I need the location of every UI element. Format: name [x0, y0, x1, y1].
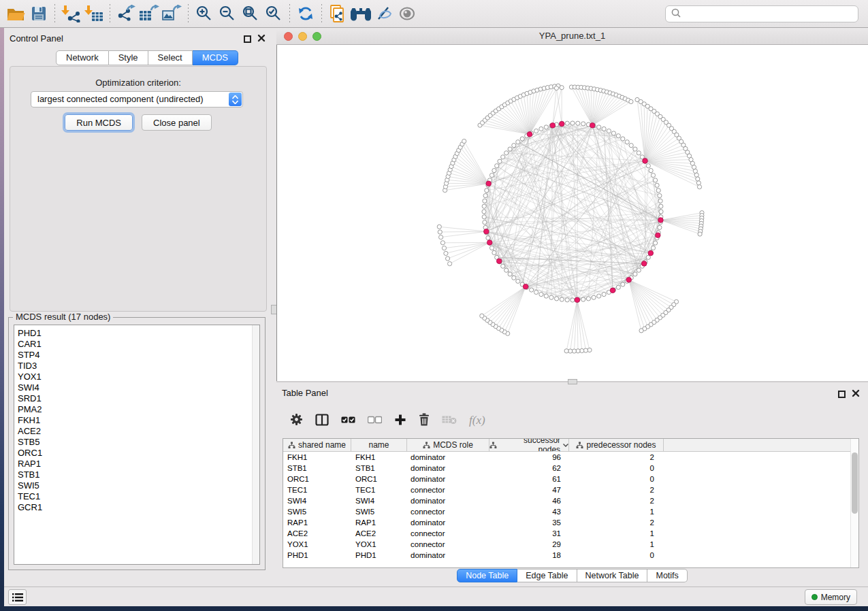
- table-row[interactable]: SWI4 SWI4 dominator 46 2: [283, 495, 858, 506]
- network-window-titlebar[interactable]: YPA_prune.txt_1: [276, 28, 868, 45]
- zoom-out-icon[interactable]: [216, 3, 239, 24]
- close-panel-button[interactable]: Close panel: [142, 114, 212, 131]
- show-graphics-details-icon[interactable]: [396, 3, 419, 24]
- table-row[interactable]: RAP1 RAP1 dominator 35 2: [283, 517, 858, 528]
- column-header-filler: [664, 439, 858, 451]
- delete-table-icon: [442, 415, 457, 427]
- clone-network-icon[interactable]: [326, 3, 349, 24]
- zoom-in-icon[interactable]: [193, 3, 216, 24]
- column-header-mcds-role[interactable]: MCDS role: [407, 439, 489, 451]
- toolbar-separator: [188, 4, 189, 23]
- attribute-icon: [576, 442, 583, 449]
- mcds-result-node[interactable]: PMA2: [14, 404, 259, 415]
- mcds-result-node[interactable]: PHD1: [14, 328, 259, 339]
- optimization-criterion-select[interactable]: largest connected component (undirected): [31, 91, 243, 108]
- control-panel: Control Panel Network Style Select MCDS …: [4, 28, 272, 587]
- column-header-predecessor-nodes[interactable]: predecessor nodes: [569, 439, 664, 451]
- table-row[interactable]: PHD1 PHD1 dominator 18 0: [283, 550, 858, 561]
- import-network-icon[interactable]: [59, 3, 82, 24]
- column-header-successor-nodes[interactable]: successor nodes: [489, 439, 569, 451]
- table-body: FKH1 FKH1 dominator 96 2 STB1 STB1 domin…: [283, 452, 858, 561]
- mcds-result-node[interactable]: YOX1: [14, 371, 259, 382]
- open-session-icon[interactable]: [4, 3, 27, 24]
- mcds-result-list[interactable]: PHD1CAR1STP4TID3YOX1SWI4SRD1PMA2FKH1ACE2…: [14, 325, 260, 565]
- tab-mcds[interactable]: MCDS: [193, 50, 238, 65]
- tab-select[interactable]: Select: [148, 50, 193, 65]
- table-row[interactable]: ORC1 ORC1 dominator 61 0: [283, 474, 858, 484]
- result-scrollbar[interactable]: [252, 325, 259, 564]
- tab-node-table[interactable]: Node Table: [457, 569, 517, 582]
- mcds-result-node[interactable]: TEC1: [14, 491, 259, 502]
- delete-selected-icon[interactable]: [419, 413, 430, 428]
- export-table-icon[interactable]: [138, 3, 161, 24]
- mcds-result-node[interactable]: ACE2: [14, 426, 259, 437]
- column-header-shared-name[interactable]: shared name: [283, 439, 351, 451]
- table-panel-title: Table Panel: [282, 388, 328, 398]
- export-image-icon[interactable]: [161, 3, 184, 24]
- mcds-result-node[interactable]: FKH1: [14, 415, 259, 426]
- mcds-result-node[interactable]: STB1: [14, 469, 259, 480]
- add-row-icon[interactable]: [394, 414, 406, 428]
- mcds-result-node[interactable]: CAR1: [14, 339, 259, 350]
- export-network-icon[interactable]: [114, 3, 138, 24]
- show-task-history-button[interactable]: [8, 589, 27, 605]
- save-session-icon[interactable]: [27, 3, 50, 24]
- control-panel-title: Control Panel: [10, 33, 63, 44]
- refresh-network-icon[interactable]: [294, 3, 317, 24]
- mcds-result-node[interactable]: SWI5: [14, 480, 259, 491]
- network-canvas[interactable]: [276, 45, 868, 381]
- tab-network-table[interactable]: Network Table: [577, 569, 648, 582]
- horizontal-splitter-handle[interactable]: [568, 379, 577, 384]
- table-scrollbar[interactable]: [850, 439, 858, 567]
- mcds-result-node[interactable]: RAP1: [14, 459, 259, 469]
- float-panel-icon[interactable]: [244, 35, 251, 43]
- toolbar-separator: [110, 4, 110, 23]
- table-panel: Table Panel f(x) shared name name: [276, 381, 868, 587]
- toolbar-separator: [289, 4, 290, 23]
- tab-motifs[interactable]: Motifs: [647, 569, 687, 582]
- function-builder-icon: f(x): [469, 414, 485, 427]
- table-row[interactable]: TEC1 TEC1 connector 47 2: [283, 484, 858, 495]
- sort-descending-icon: [563, 444, 568, 447]
- table-options-icon[interactable]: [290, 413, 303, 428]
- tab-edge-table[interactable]: Edge Table: [517, 569, 577, 582]
- zoom-fit-icon[interactable]: [239, 3, 262, 24]
- table-row[interactable]: SWI5 SWI5 connector 43 1: [283, 506, 858, 517]
- deselect-all-icon[interactable]: [368, 416, 382, 426]
- close-panel-icon[interactable]: [852, 389, 860, 399]
- search-input[interactable]: [682, 9, 858, 19]
- float-panel-icon[interactable]: [838, 391, 846, 398]
- table-row[interactable]: YOX1 YOX1 connector 29 1: [283, 539, 858, 550]
- import-table-icon[interactable]: [82, 3, 106, 24]
- run-mcds-button[interactable]: Run MCDS: [65, 114, 133, 131]
- select-all-icon[interactable]: [341, 416, 355, 426]
- network-graph: [277, 45, 868, 380]
- memory-status-icon: [811, 594, 818, 600]
- mcds-result-node[interactable]: ORC1: [14, 448, 259, 459]
- attribute-icon: [423, 442, 430, 449]
- search-window-icon[interactable]: [349, 3, 372, 24]
- close-panel-icon[interactable]: [257, 34, 266, 44]
- table-row[interactable]: STB1 STB1 dominator 62 0: [283, 463, 858, 474]
- mcds-result-node[interactable]: SRD1: [14, 393, 259, 404]
- tab-style[interactable]: Style: [109, 50, 148, 65]
- hide-graphics-details-icon[interactable]: [372, 3, 396, 24]
- table-row[interactable]: FKH1 FKH1 dominator 96 2: [283, 452, 858, 463]
- memory-button[interactable]: Memory: [805, 589, 857, 605]
- network-search-field[interactable]: [665, 5, 858, 22]
- mcds-result-node[interactable]: GCR1: [14, 502, 259, 513]
- tab-network[interactable]: Network: [56, 50, 109, 65]
- table-row[interactable]: ACE2 ACE2 connector 31 1: [283, 528, 858, 539]
- zoom-selected-icon[interactable]: [262, 3, 285, 24]
- table-scrollbar-thumb[interactable]: [852, 452, 858, 514]
- mcds-result-node[interactable]: STB5: [14, 437, 259, 448]
- mcds-result-node[interactable]: STP4: [14, 350, 259, 361]
- node-table: shared name name MCDS role successor nod…: [283, 438, 859, 568]
- mcds-result-node[interactable]: TID3: [14, 361, 259, 371]
- optimization-criterion-label: Optimization criterion:: [10, 78, 266, 88]
- column-header-name[interactable]: name: [351, 439, 407, 451]
- mcds-result-node[interactable]: SWI4: [14, 382, 259, 393]
- toolbar-separator: [54, 4, 55, 23]
- dropdown-stepper-icon: [229, 93, 242, 106]
- show-columns-icon[interactable]: [315, 414, 329, 428]
